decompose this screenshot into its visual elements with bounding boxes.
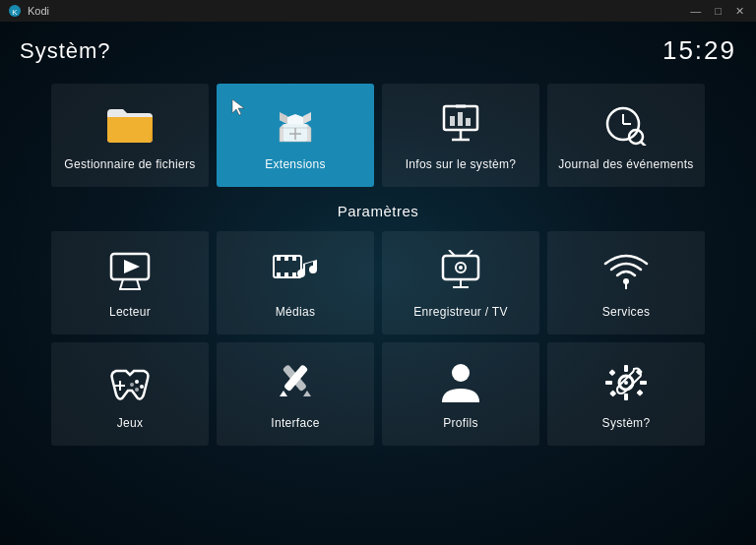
pvr-label: Enregistreur / TV bbox=[413, 305, 508, 319]
tile-pvr[interactable]: Enregistreur / TV bbox=[382, 231, 539, 334]
tile-player[interactable]: Lecteur bbox=[51, 231, 209, 334]
games-icon bbox=[103, 359, 157, 406]
media-icon bbox=[269, 248, 322, 295]
svg-rect-58 bbox=[609, 390, 616, 396]
grid-row-1: Lecteur Médias bbox=[20, 231, 736, 334]
svg-marker-2 bbox=[232, 99, 244, 115]
titlebar: K Kodi — □ ✕ bbox=[0, 0, 756, 22]
svg-line-17 bbox=[641, 142, 647, 146]
top-icons-row: Gestionnaire de fichiers bbox=[20, 84, 736, 187]
svg-line-19 bbox=[120, 279, 123, 289]
pvr-icon bbox=[434, 248, 487, 295]
system-info-label: Infos sur le systèm? bbox=[406, 157, 517, 171]
interface-label: Interface bbox=[271, 416, 319, 430]
svg-text:K: K bbox=[12, 8, 18, 17]
svg-rect-25 bbox=[284, 256, 288, 261]
tile-event-log[interactable]: Journal des événements bbox=[547, 84, 705, 187]
svg-point-43 bbox=[135, 388, 139, 392]
clock: 15:29 bbox=[662, 35, 736, 66]
system-label: Systèm? bbox=[602, 416, 651, 430]
maximize-button[interactable]: □ bbox=[711, 5, 725, 18]
svg-rect-26 bbox=[292, 256, 296, 261]
svg-rect-59 bbox=[636, 389, 643, 395]
extensions-label: Extensions bbox=[265, 157, 326, 171]
top-bar: Systèm? 15:29 bbox=[20, 35, 736, 66]
file-manager-label: Gestionnaire de fichiers bbox=[64, 157, 195, 171]
svg-point-44 bbox=[130, 383, 134, 387]
cursor-icon bbox=[230, 97, 250, 117]
svg-rect-52 bbox=[624, 365, 628, 372]
svg-rect-55 bbox=[640, 381, 647, 385]
tile-extensions[interactable]: Extensions bbox=[217, 84, 374, 187]
services-icon bbox=[599, 248, 653, 295]
tile-games[interactable]: Jeux bbox=[51, 342, 209, 446]
svg-marker-47 bbox=[280, 391, 287, 396]
profiles-icon bbox=[434, 359, 487, 406]
main-content: Systèm? 15:29 Gestionnaire de fichiers bbox=[0, 22, 756, 463]
interface-icon bbox=[269, 359, 322, 406]
player-label: Lecteur bbox=[109, 305, 151, 319]
tile-system[interactable]: Systèm? bbox=[547, 342, 705, 446]
section-label: Paramètres bbox=[20, 203, 736, 219]
svg-rect-28 bbox=[284, 272, 288, 277]
svg-point-41 bbox=[135, 380, 139, 384]
svg-marker-48 bbox=[303, 391, 311, 396]
services-label: Services bbox=[602, 305, 650, 319]
tile-system-info[interactable]: Infos sur le systèm? bbox=[382, 84, 539, 187]
clock-search-icon bbox=[599, 100, 653, 148]
folder-icon bbox=[103, 100, 157, 148]
svg-rect-8 bbox=[458, 112, 463, 126]
system-icon bbox=[599, 359, 653, 406]
svg-point-42 bbox=[140, 385, 144, 389]
svg-point-36 bbox=[459, 266, 463, 270]
svg-rect-9 bbox=[466, 118, 471, 126]
svg-rect-54 bbox=[605, 381, 612, 385]
extensions-icon bbox=[269, 100, 322, 148]
svg-rect-29 bbox=[292, 272, 296, 277]
svg-rect-7 bbox=[450, 116, 455, 126]
titlebar-left: K Kodi bbox=[8, 4, 49, 18]
event-log-label: Journal des événements bbox=[558, 157, 693, 171]
profiles-label: Profils bbox=[443, 416, 477, 430]
tile-services[interactable]: Services bbox=[547, 231, 705, 334]
minimize-button[interactable]: — bbox=[686, 5, 705, 18]
svg-rect-53 bbox=[624, 394, 628, 400]
svg-line-20 bbox=[137, 279, 140, 289]
svg-marker-22 bbox=[124, 260, 140, 273]
tile-interface[interactable]: Interface bbox=[217, 342, 374, 446]
grid-row-2: Jeux Interface bbox=[20, 342, 736, 446]
chart-icon bbox=[434, 100, 487, 148]
svg-rect-56 bbox=[608, 369, 615, 376]
titlebar-controls: — □ ✕ bbox=[686, 5, 748, 18]
svg-point-49 bbox=[452, 364, 470, 382]
media-label: Médias bbox=[276, 305, 315, 319]
kodi-icon: K bbox=[8, 4, 22, 18]
player-icon bbox=[103, 248, 157, 295]
tile-file-manager[interactable]: Gestionnaire de fichiers bbox=[51, 84, 209, 187]
titlebar-title: Kodi bbox=[28, 5, 49, 17]
tile-profiles[interactable]: Profils bbox=[382, 342, 539, 446]
close-button[interactable]: ✕ bbox=[731, 5, 748, 18]
games-label: Jeux bbox=[117, 416, 144, 430]
svg-rect-24 bbox=[277, 256, 281, 261]
svg-rect-27 bbox=[277, 272, 281, 277]
page-title: Systèm? bbox=[20, 38, 111, 64]
tile-media[interactable]: Médias bbox=[217, 231, 374, 334]
